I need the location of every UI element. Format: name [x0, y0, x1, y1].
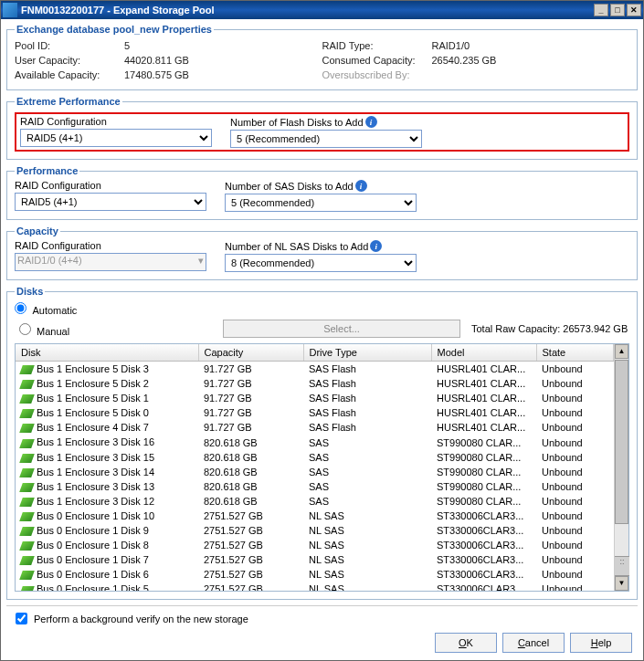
col-capacity[interactable]: Capacity	[198, 344, 303, 362]
extreme-performance-group: Extreme Performance RAID Configuration R…	[6, 96, 638, 160]
extreme-raid-select[interactable]: RAID5 (4+1)	[20, 129, 212, 147]
capacity-raid-label: RAID Configuration	[15, 240, 206, 251]
properties-legend: Exchange database pool_new Properties	[15, 24, 214, 35]
disk-icon	[19, 541, 35, 551]
table-row[interactable]: Bus 0 Enclosure 1 Disk 62751.527 GBNL SA…	[16, 567, 614, 582]
close-button[interactable]: ✕	[627, 4, 641, 16]
disks-group: Disks Automatic Manual Select... Total R…	[6, 286, 638, 600]
manual-radio-label[interactable]: Manual	[15, 320, 69, 337]
disk-icon	[19, 409, 35, 418]
table-row[interactable]: Bus 0 Enclosure 1 Disk 52751.527 GBNL SA…	[16, 582, 614, 591]
performance-legend: Performance	[15, 165, 79, 176]
select-disks-button: Select...	[223, 320, 460, 338]
expand-storage-pool-window: FNM00132200177 - Expand Storage Pool _ □…	[0, 0, 644, 661]
cancel-button[interactable]: Cancel	[502, 633, 565, 653]
maximize-button[interactable]: □	[610, 4, 625, 16]
table-row[interactable]: Bus 1 Enclosure 3 Disk 13820.618 GBSASST…	[16, 479, 614, 494]
verify-label: Perform a background verify on the new s…	[34, 614, 248, 624]
help-button[interactable]: Help	[570, 633, 632, 653]
consumed-capacity-value: 26540.235 GB	[432, 55, 497, 66]
capacity-num-select[interactable]: 8 (Recommended)	[225, 254, 417, 272]
disk-icon	[19, 365, 35, 374]
capacity-legend: Capacity	[15, 226, 60, 236]
col-state[interactable]: State	[536, 344, 614, 362]
disk-icon	[19, 439, 35, 448]
disks-table-wrap: Disk Capacity Drive Type Model State Bus…	[15, 343, 629, 592]
disk-icon	[19, 483, 35, 492]
disk-icon	[19, 498, 35, 507]
user-capacity-label: User Capacity:	[15, 55, 124, 66]
disk-icon	[19, 380, 35, 389]
available-capacity-label: Available Capacity:	[15, 69, 124, 80]
table-row[interactable]: Bus 1 Enclosure 3 Disk 14820.618 GBSASST…	[16, 465, 614, 479]
table-row[interactable]: Bus 0 Enclosure 1 Disk 72751.527 GBNL SA…	[16, 552, 614, 567]
disk-icon	[19, 571, 35, 580]
scroll-up-icon[interactable]: ▲	[615, 344, 628, 359]
disk-icon	[19, 586, 35, 592]
minimize-button[interactable]: _	[594, 4, 608, 16]
raid-type-label: RAID Type:	[322, 40, 432, 51]
capacity-raid-select: RAID1/0 (4+4) ▾	[15, 253, 206, 271]
table-row[interactable]: Bus 1 Enclosure 3 Disk 15820.618 GBSASST…	[16, 450, 614, 465]
ok-button[interactable]: OK	[435, 633, 497, 653]
table-row[interactable]: Bus 0 Enclosure 1 Disk 82751.527 GBNL SA…	[16, 538, 614, 552]
disk-icon	[19, 394, 35, 404]
performance-raid-select[interactable]: RAID5 (4+1)	[15, 193, 206, 211]
scroll-down-icon[interactable]: ▼	[615, 576, 628, 591]
verify-checkbox[interactable]	[16, 613, 27, 624]
table-row[interactable]: Bus 1 Enclosure 5 Disk 091.727 GBSAS Fla…	[16, 405, 614, 420]
performance-num-select[interactable]: 5 (Recommended)	[225, 194, 417, 212]
table-row[interactable]: Bus 1 Enclosure 5 Disk 291.727 GBSAS Fla…	[16, 376, 614, 391]
total-raw-capacity: Total Raw Capacity: 26573.942 GB	[471, 323, 628, 334]
table-row[interactable]: Bus 0 Enclosure 1 Disk 102751.527 GBNL S…	[16, 509, 614, 523]
capacity-num-label: Number of NL SAS Disks to Add i	[225, 240, 417, 252]
performance-num-label: Number of SAS Disks to Add i	[225, 180, 417, 192]
col-drive-type[interactable]: Drive Type	[303, 344, 431, 362]
col-disk[interactable]: Disk	[16, 344, 198, 362]
disk-icon	[19, 556, 35, 565]
disk-icon	[19, 468, 35, 477]
footer: Perform a background verify on the new s…	[6, 605, 638, 656]
titlebar[interactable]: FNM00132200177 - Expand Storage Pool _ □…	[1, 1, 643, 19]
performance-raid-label: RAID Configuration	[15, 180, 206, 191]
scroll-grip[interactable]: ::	[615, 556, 629, 576]
automatic-radio[interactable]	[15, 302, 26, 314]
disk-icon	[19, 527, 35, 536]
table-row[interactable]: Bus 1 Enclosure 3 Disk 12820.618 GBSASST…	[16, 494, 614, 509]
disk-icon	[19, 454, 35, 463]
scroll-thumb[interactable]	[615, 360, 628, 524]
automatic-radio-label[interactable]: Automatic	[15, 302, 77, 316]
table-row[interactable]: Bus 1 Enclosure 4 Disk 791.727 GBSAS Fla…	[16, 420, 614, 435]
info-icon[interactable]: i	[355, 180, 367, 192]
app-icon	[3, 3, 17, 17]
table-row[interactable]: Bus 1 Enclosure 5 Disk 191.727 GBSAS Fla…	[16, 391, 614, 405]
capacity-group: Capacity RAID Configuration RAID1/0 (4+4…	[6, 226, 638, 280]
info-icon[interactable]: i	[365, 116, 377, 128]
table-row[interactable]: Bus 1 Enclosure 3 Disk 16820.618 GBSASST…	[16, 435, 614, 449]
performance-group: Performance RAID Configuration RAID5 (4+…	[6, 165, 638, 220]
disks-table: Disk Capacity Drive Type Model State Bus…	[16, 344, 614, 591]
extreme-raid-label: RAID Configuration	[20, 116, 212, 127]
disk-icon	[19, 424, 35, 433]
pool-id-value: 5	[124, 40, 130, 51]
pool-id-label: Pool ID:	[15, 40, 124, 51]
extreme-highlight: RAID Configuration RAID5 (4+1) Number of…	[15, 112, 629, 152]
disks-legend: Disks	[15, 286, 45, 297]
col-model[interactable]: Model	[431, 344, 536, 362]
user-capacity-value: 44020.811 GB	[124, 55, 189, 66]
manual-radio[interactable]	[19, 323, 31, 335]
window-title: FNM00132200177 - Expand Storage Pool	[21, 5, 215, 16]
consumed-capacity-label: Consumed Capacity:	[322, 55, 432, 66]
raid-type-value: RAID1/0	[432, 40, 470, 51]
extreme-num-select[interactable]: 5 (Recommended)	[230, 130, 422, 148]
info-icon[interactable]: i	[370, 240, 382, 252]
available-capacity-value: 17480.575 GB	[124, 69, 189, 80]
extreme-performance-legend: Extreme Performance	[15, 96, 122, 107]
properties-group: Exchange database pool_new Properties Po…	[6, 24, 638, 90]
disk-icon	[19, 512, 35, 521]
table-row[interactable]: Bus 1 Enclosure 5 Disk 391.727 GBSAS Fla…	[16, 362, 614, 377]
oversubscribed-label: Oversubscribed By:	[322, 69, 432, 80]
disks-scrollbar[interactable]: ▲ :: ▼	[614, 344, 628, 591]
extreme-num-label: Number of Flash Disks to Add i	[230, 116, 422, 128]
table-row[interactable]: Bus 0 Enclosure 1 Disk 92751.527 GBNL SA…	[16, 523, 614, 538]
